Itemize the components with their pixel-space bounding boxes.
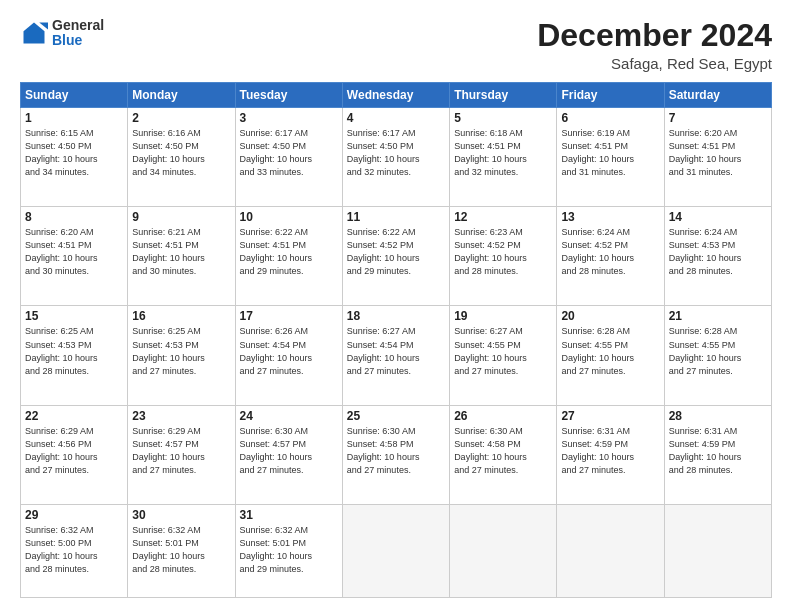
calendar-cell: 11Sunrise: 6:22 AM Sunset: 4:52 PM Dayli… — [342, 207, 449, 306]
day-header-sunday: Sunday — [21, 83, 128, 108]
day-detail: Sunrise: 6:27 AM Sunset: 4:54 PM Dayligh… — [347, 325, 445, 377]
day-detail: Sunrise: 6:29 AM Sunset: 4:57 PM Dayligh… — [132, 425, 230, 477]
day-detail: Sunrise: 6:27 AM Sunset: 4:55 PM Dayligh… — [454, 325, 552, 377]
logo-text: General Blue — [52, 18, 104, 49]
day-number: 4 — [347, 111, 445, 125]
day-number: 31 — [240, 508, 338, 522]
calendar-cell: 14Sunrise: 6:24 AM Sunset: 4:53 PM Dayli… — [664, 207, 771, 306]
day-number: 22 — [25, 409, 123, 423]
day-detail: Sunrise: 6:22 AM Sunset: 4:51 PM Dayligh… — [240, 226, 338, 278]
day-detail: Sunrise: 6:22 AM Sunset: 4:52 PM Dayligh… — [347, 226, 445, 278]
day-detail: Sunrise: 6:32 AM Sunset: 5:01 PM Dayligh… — [132, 524, 230, 576]
calendar-cell: 22Sunrise: 6:29 AM Sunset: 4:56 PM Dayli… — [21, 405, 128, 504]
day-number: 1 — [25, 111, 123, 125]
day-detail: Sunrise: 6:25 AM Sunset: 4:53 PM Dayligh… — [25, 325, 123, 377]
calendar-cell: 16Sunrise: 6:25 AM Sunset: 4:53 PM Dayli… — [128, 306, 235, 405]
day-number: 19 — [454, 309, 552, 323]
calendar-cell: 10Sunrise: 6:22 AM Sunset: 4:51 PM Dayli… — [235, 207, 342, 306]
day-number: 28 — [669, 409, 767, 423]
day-detail: Sunrise: 6:31 AM Sunset: 4:59 PM Dayligh… — [561, 425, 659, 477]
calendar-cell: 21Sunrise: 6:28 AM Sunset: 4:55 PM Dayli… — [664, 306, 771, 405]
calendar-week-3: 15Sunrise: 6:25 AM Sunset: 4:53 PM Dayli… — [21, 306, 772, 405]
calendar-cell: 26Sunrise: 6:30 AM Sunset: 4:58 PM Dayli… — [450, 405, 557, 504]
day-number: 20 — [561, 309, 659, 323]
day-number: 12 — [454, 210, 552, 224]
calendar-cell: 20Sunrise: 6:28 AM Sunset: 4:55 PM Dayli… — [557, 306, 664, 405]
calendar-cell: 18Sunrise: 6:27 AM Sunset: 4:54 PM Dayli… — [342, 306, 449, 405]
calendar-cell: 4Sunrise: 6:17 AM Sunset: 4:50 PM Daylig… — [342, 108, 449, 207]
day-detail: Sunrise: 6:32 AM Sunset: 5:01 PM Dayligh… — [240, 524, 338, 576]
calendar-week-2: 8Sunrise: 6:20 AM Sunset: 4:51 PM Daylig… — [21, 207, 772, 306]
logo-icon — [20, 19, 48, 47]
day-number: 30 — [132, 508, 230, 522]
day-detail: Sunrise: 6:30 AM Sunset: 4:57 PM Dayligh… — [240, 425, 338, 477]
day-number: 14 — [669, 210, 767, 224]
calendar-cell: 6Sunrise: 6:19 AM Sunset: 4:51 PM Daylig… — [557, 108, 664, 207]
calendar-cell: 29Sunrise: 6:32 AM Sunset: 5:00 PM Dayli… — [21, 504, 128, 597]
day-detail: Sunrise: 6:16 AM Sunset: 4:50 PM Dayligh… — [132, 127, 230, 179]
day-number: 7 — [669, 111, 767, 125]
day-header-monday: Monday — [128, 83, 235, 108]
title-section: December 2024 Safaga, Red Sea, Egypt — [537, 18, 772, 72]
day-number: 6 — [561, 111, 659, 125]
calendar-header-row: SundayMondayTuesdayWednesdayThursdayFrid… — [21, 83, 772, 108]
logo: General Blue — [20, 18, 104, 49]
day-number: 2 — [132, 111, 230, 125]
day-number: 15 — [25, 309, 123, 323]
calendar-cell: 25Sunrise: 6:30 AM Sunset: 4:58 PM Dayli… — [342, 405, 449, 504]
page: General Blue December 2024 Safaga, Red S… — [0, 0, 792, 612]
calendar-cell: 24Sunrise: 6:30 AM Sunset: 4:57 PM Dayli… — [235, 405, 342, 504]
day-number: 24 — [240, 409, 338, 423]
day-detail: Sunrise: 6:28 AM Sunset: 4:55 PM Dayligh… — [669, 325, 767, 377]
day-number: 25 — [347, 409, 445, 423]
day-header-saturday: Saturday — [664, 83, 771, 108]
calendar-cell: 12Sunrise: 6:23 AM Sunset: 4:52 PM Dayli… — [450, 207, 557, 306]
day-number: 29 — [25, 508, 123, 522]
day-number: 23 — [132, 409, 230, 423]
calendar-cell: 31Sunrise: 6:32 AM Sunset: 5:01 PM Dayli… — [235, 504, 342, 597]
calendar-week-5: 29Sunrise: 6:32 AM Sunset: 5:00 PM Dayli… — [21, 504, 772, 597]
day-number: 10 — [240, 210, 338, 224]
location: Safaga, Red Sea, Egypt — [537, 55, 772, 72]
day-detail: Sunrise: 6:30 AM Sunset: 4:58 PM Dayligh… — [454, 425, 552, 477]
day-detail: Sunrise: 6:30 AM Sunset: 4:58 PM Dayligh… — [347, 425, 445, 477]
day-number: 13 — [561, 210, 659, 224]
day-detail: Sunrise: 6:21 AM Sunset: 4:51 PM Dayligh… — [132, 226, 230, 278]
day-detail: Sunrise: 6:17 AM Sunset: 4:50 PM Dayligh… — [240, 127, 338, 179]
day-detail: Sunrise: 6:20 AM Sunset: 4:51 PM Dayligh… — [669, 127, 767, 179]
day-header-thursday: Thursday — [450, 83, 557, 108]
calendar-cell: 5Sunrise: 6:18 AM Sunset: 4:51 PM Daylig… — [450, 108, 557, 207]
day-header-friday: Friday — [557, 83, 664, 108]
day-detail: Sunrise: 6:17 AM Sunset: 4:50 PM Dayligh… — [347, 127, 445, 179]
day-number: 11 — [347, 210, 445, 224]
logo-general-text: General — [52, 18, 104, 33]
day-detail: Sunrise: 6:20 AM Sunset: 4:51 PM Dayligh… — [25, 226, 123, 278]
day-number: 3 — [240, 111, 338, 125]
calendar-cell — [664, 504, 771, 597]
day-detail: Sunrise: 6:31 AM Sunset: 4:59 PM Dayligh… — [669, 425, 767, 477]
day-detail: Sunrise: 6:29 AM Sunset: 4:56 PM Dayligh… — [25, 425, 123, 477]
day-detail: Sunrise: 6:28 AM Sunset: 4:55 PM Dayligh… — [561, 325, 659, 377]
svg-marker-0 — [24, 23, 45, 44]
calendar-cell: 7Sunrise: 6:20 AM Sunset: 4:51 PM Daylig… — [664, 108, 771, 207]
calendar-cell: 2Sunrise: 6:16 AM Sunset: 4:50 PM Daylig… — [128, 108, 235, 207]
day-number: 5 — [454, 111, 552, 125]
day-number: 26 — [454, 409, 552, 423]
day-detail: Sunrise: 6:18 AM Sunset: 4:51 PM Dayligh… — [454, 127, 552, 179]
calendar-cell — [342, 504, 449, 597]
day-number: 27 — [561, 409, 659, 423]
calendar-cell: 8Sunrise: 6:20 AM Sunset: 4:51 PM Daylig… — [21, 207, 128, 306]
calendar-cell — [450, 504, 557, 597]
month-title: December 2024 — [537, 18, 772, 53]
calendar-cell: 13Sunrise: 6:24 AM Sunset: 4:52 PM Dayli… — [557, 207, 664, 306]
day-header-tuesday: Tuesday — [235, 83, 342, 108]
calendar-week-1: 1Sunrise: 6:15 AM Sunset: 4:50 PM Daylig… — [21, 108, 772, 207]
day-number: 18 — [347, 309, 445, 323]
calendar-week-4: 22Sunrise: 6:29 AM Sunset: 4:56 PM Dayli… — [21, 405, 772, 504]
calendar-cell: 28Sunrise: 6:31 AM Sunset: 4:59 PM Dayli… — [664, 405, 771, 504]
day-detail: Sunrise: 6:24 AM Sunset: 4:53 PM Dayligh… — [669, 226, 767, 278]
calendar-cell: 27Sunrise: 6:31 AM Sunset: 4:59 PM Dayli… — [557, 405, 664, 504]
calendar-cell: 9Sunrise: 6:21 AM Sunset: 4:51 PM Daylig… — [128, 207, 235, 306]
calendar-cell — [557, 504, 664, 597]
day-number: 8 — [25, 210, 123, 224]
